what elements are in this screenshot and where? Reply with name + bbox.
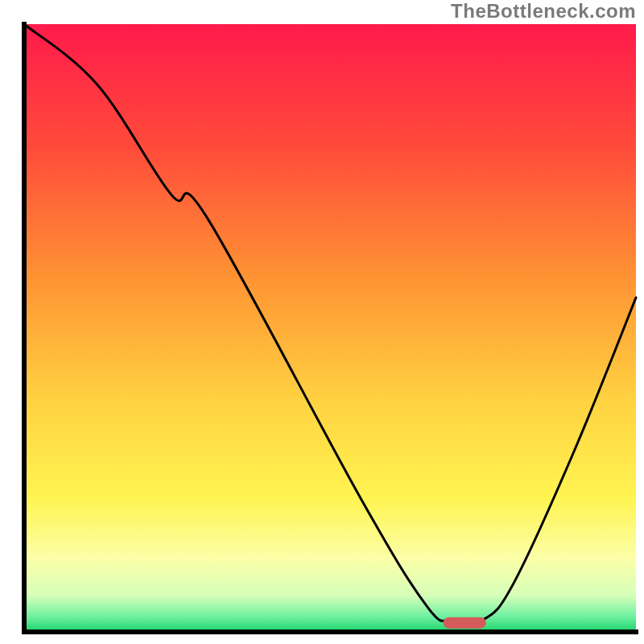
bottleneck-chart xyxy=(0,0,644,644)
chart-frame: TheBottleneck.com xyxy=(0,0,644,644)
gradient-background xyxy=(24,24,636,632)
watermark-text: TheBottleneck.com xyxy=(451,0,636,23)
optimal-range-marker xyxy=(444,617,486,629)
